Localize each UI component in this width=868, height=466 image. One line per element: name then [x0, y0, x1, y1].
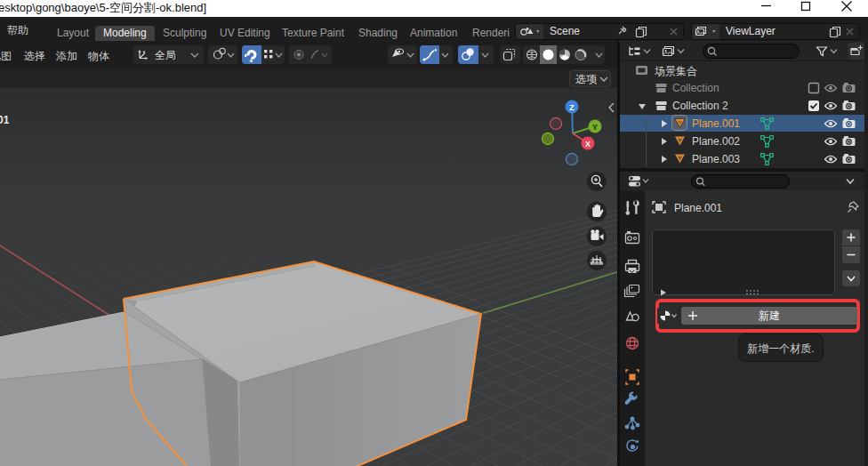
svg-text:Z: Z	[569, 103, 575, 112]
svg-text:X: X	[585, 140, 591, 149]
svg-text:Y: Y	[592, 123, 598, 132]
